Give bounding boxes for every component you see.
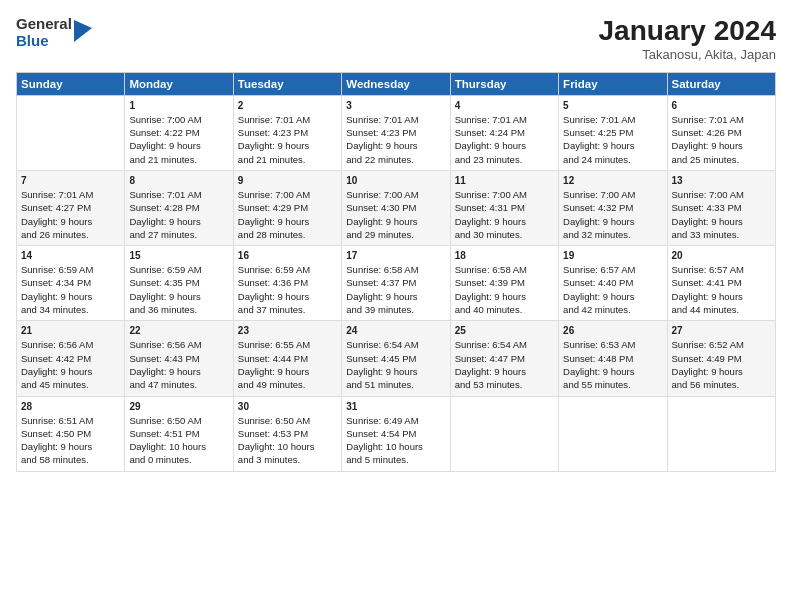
calendar-cell: 24Sunrise: 6:54 AMSunset: 4:45 PMDayligh…: [342, 321, 450, 396]
cell-line: and 22 minutes.: [346, 153, 445, 166]
calendar-cell: 6Sunrise: 7:01 AMSunset: 4:26 PMDaylight…: [667, 95, 775, 170]
calendar-cell: 9Sunrise: 7:00 AMSunset: 4:29 PMDaylight…: [233, 170, 341, 245]
cell-content: Sunrise: 6:57 AMSunset: 4:41 PMDaylight:…: [672, 263, 771, 316]
cell-line: Sunrise: 6:54 AM: [346, 338, 445, 351]
calendar-cell: 31Sunrise: 6:49 AMSunset: 4:54 PMDayligh…: [342, 396, 450, 471]
cell-line: Sunset: 4:23 PM: [238, 126, 337, 139]
cell-line: Sunset: 4:29 PM: [238, 201, 337, 214]
cell-line: and 5 minutes.: [346, 453, 445, 466]
cell-line: Sunrise: 6:57 AM: [672, 263, 771, 276]
cell-line: and 42 minutes.: [563, 303, 662, 316]
day-number: 31: [346, 401, 445, 412]
day-number: 4: [455, 100, 554, 111]
cell-content: Sunrise: 6:59 AMSunset: 4:36 PMDaylight:…: [238, 263, 337, 316]
cell-line: Sunset: 4:50 PM: [21, 427, 120, 440]
day-number: 24: [346, 325, 445, 336]
cell-line: Sunset: 4:28 PM: [129, 201, 228, 214]
calendar-cell: [17, 95, 125, 170]
cell-line: and 29 minutes.: [346, 228, 445, 241]
cell-line: Daylight: 9 hours: [672, 215, 771, 228]
day-number: 26: [563, 325, 662, 336]
cell-content: Sunrise: 6:58 AMSunset: 4:39 PMDaylight:…: [455, 263, 554, 316]
cell-line: Daylight: 9 hours: [346, 215, 445, 228]
cell-line: Daylight: 9 hours: [238, 365, 337, 378]
cell-line: Sunrise: 7:00 AM: [455, 188, 554, 201]
header-row: Sunday Monday Tuesday Wednesday Thursday…: [17, 72, 776, 95]
day-number: 21: [21, 325, 120, 336]
cell-line: Sunrise: 6:58 AM: [455, 263, 554, 276]
cell-line: Daylight: 9 hours: [21, 290, 120, 303]
calendar-cell: 21Sunrise: 6:56 AMSunset: 4:42 PMDayligh…: [17, 321, 125, 396]
col-tuesday: Tuesday: [233, 72, 341, 95]
calendar-cell: 8Sunrise: 7:01 AMSunset: 4:28 PMDaylight…: [125, 170, 233, 245]
cell-line: Sunset: 4:49 PM: [672, 352, 771, 365]
cell-content: Sunrise: 7:00 AMSunset: 4:31 PMDaylight:…: [455, 188, 554, 241]
cell-line: and 36 minutes.: [129, 303, 228, 316]
cell-line: Daylight: 9 hours: [21, 215, 120, 228]
day-number: 25: [455, 325, 554, 336]
cell-line: Sunrise: 7:01 AM: [672, 113, 771, 126]
cell-content: Sunrise: 7:00 AMSunset: 4:30 PMDaylight:…: [346, 188, 445, 241]
cell-content: Sunrise: 6:56 AMSunset: 4:43 PMDaylight:…: [129, 338, 228, 391]
calendar-cell: 26Sunrise: 6:53 AMSunset: 4:48 PMDayligh…: [559, 321, 667, 396]
cell-line: Sunset: 4:35 PM: [129, 276, 228, 289]
cell-content: Sunrise: 6:49 AMSunset: 4:54 PMDaylight:…: [346, 414, 445, 467]
cell-content: Sunrise: 7:01 AMSunset: 4:25 PMDaylight:…: [563, 113, 662, 166]
day-number: 29: [129, 401, 228, 412]
cell-line: and 24 minutes.: [563, 153, 662, 166]
cell-line: and 34 minutes.: [21, 303, 120, 316]
col-sunday: Sunday: [17, 72, 125, 95]
day-number: 22: [129, 325, 228, 336]
cell-content: Sunrise: 7:01 AMSunset: 4:24 PMDaylight:…: [455, 113, 554, 166]
cell-line: Sunset: 4:43 PM: [129, 352, 228, 365]
calendar-cell: [559, 396, 667, 471]
cell-line: Sunset: 4:47 PM: [455, 352, 554, 365]
cell-line: Daylight: 9 hours: [346, 139, 445, 152]
cell-line: Daylight: 9 hours: [21, 365, 120, 378]
cell-line: Sunset: 4:30 PM: [346, 201, 445, 214]
cell-line: Daylight: 10 hours: [346, 440, 445, 453]
cell-content: Sunrise: 6:54 AMSunset: 4:47 PMDaylight:…: [455, 338, 554, 391]
cell-line: and 44 minutes.: [672, 303, 771, 316]
cell-line: Sunrise: 7:00 AM: [346, 188, 445, 201]
cell-line: Sunrise: 6:56 AM: [21, 338, 120, 351]
cell-line: Sunset: 4:34 PM: [21, 276, 120, 289]
cell-line: Sunrise: 7:00 AM: [238, 188, 337, 201]
calendar-table: Sunday Monday Tuesday Wednesday Thursday…: [16, 72, 776, 472]
calendar-body: 1Sunrise: 7:00 AMSunset: 4:22 PMDaylight…: [17, 95, 776, 471]
cell-line: Daylight: 9 hours: [563, 139, 662, 152]
cell-line: Sunrise: 6:54 AM: [455, 338, 554, 351]
cell-line: and 25 minutes.: [672, 153, 771, 166]
subtitle: Takanosu, Akita, Japan: [599, 47, 776, 62]
cell-line: and 37 minutes.: [238, 303, 337, 316]
cell-line: Daylight: 9 hours: [455, 215, 554, 228]
cell-line: and 27 minutes.: [129, 228, 228, 241]
cell-line: and 21 minutes.: [129, 153, 228, 166]
cell-line: Sunrise: 6:58 AM: [346, 263, 445, 276]
cell-content: Sunrise: 7:01 AMSunset: 4:28 PMDaylight:…: [129, 188, 228, 241]
cell-line: Sunrise: 6:59 AM: [238, 263, 337, 276]
day-number: 10: [346, 175, 445, 186]
cell-content: Sunrise: 6:50 AMSunset: 4:51 PMDaylight:…: [129, 414, 228, 467]
day-number: 13: [672, 175, 771, 186]
cell-line: Sunrise: 6:57 AM: [563, 263, 662, 276]
cell-line: Sunset: 4:37 PM: [346, 276, 445, 289]
cell-content: Sunrise: 6:59 AMSunset: 4:34 PMDaylight:…: [21, 263, 120, 316]
cell-line: and 49 minutes.: [238, 378, 337, 391]
cell-line: Sunset: 4:41 PM: [672, 276, 771, 289]
calendar-week-1: 1Sunrise: 7:00 AMSunset: 4:22 PMDaylight…: [17, 95, 776, 170]
cell-line: Daylight: 9 hours: [238, 290, 337, 303]
calendar-cell: 16Sunrise: 6:59 AMSunset: 4:36 PMDayligh…: [233, 246, 341, 321]
calendar-week-3: 14Sunrise: 6:59 AMSunset: 4:34 PMDayligh…: [17, 246, 776, 321]
calendar-cell: 11Sunrise: 7:00 AMSunset: 4:31 PMDayligh…: [450, 170, 558, 245]
calendar-cell: 23Sunrise: 6:55 AMSunset: 4:44 PMDayligh…: [233, 321, 341, 396]
cell-line: Sunrise: 6:59 AM: [129, 263, 228, 276]
cell-line: Sunrise: 6:52 AM: [672, 338, 771, 351]
cell-line: Sunset: 4:44 PM: [238, 352, 337, 365]
calendar-week-2: 7Sunrise: 7:01 AMSunset: 4:27 PMDaylight…: [17, 170, 776, 245]
cell-line: and 33 minutes.: [672, 228, 771, 241]
cell-content: Sunrise: 6:54 AMSunset: 4:45 PMDaylight:…: [346, 338, 445, 391]
cell-content: Sunrise: 7:01 AMSunset: 4:27 PMDaylight:…: [21, 188, 120, 241]
day-number: 16: [238, 250, 337, 261]
main-title: January 2024: [599, 16, 776, 47]
